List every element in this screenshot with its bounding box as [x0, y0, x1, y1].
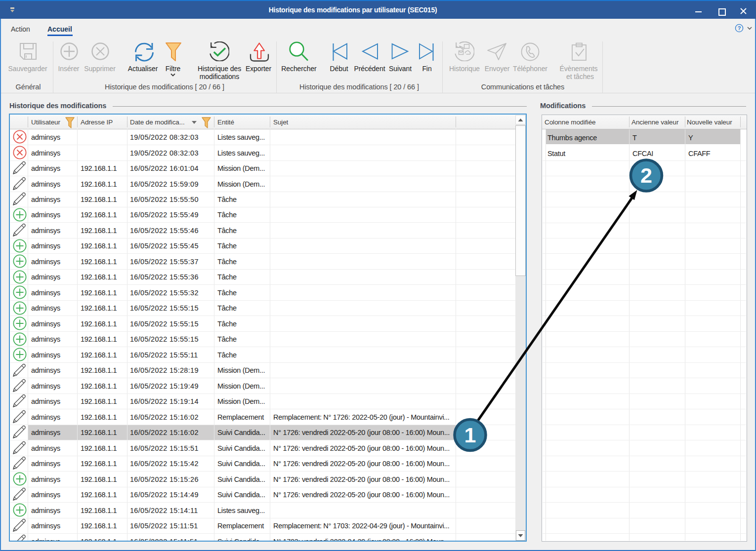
svg-text:2: 2 — [640, 163, 652, 187]
svg-text:1: 1 — [464, 423, 476, 447]
